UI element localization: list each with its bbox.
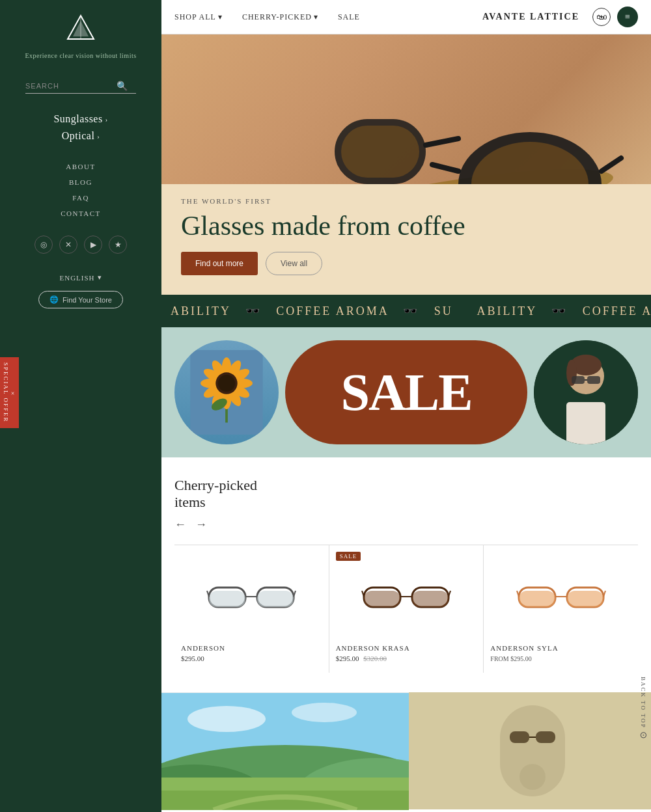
brand-name: AVANTE LATTICE (482, 12, 579, 22)
main-content: SHOP ALL ▾ CHERRY-PICKED ▾ SALE AVANTE L… (161, 0, 651, 812)
language-selector[interactable]: ENGLISH ▾ (59, 273, 102, 282)
view-all-button[interactable]: View all (266, 252, 322, 275)
svg-line-6 (426, 139, 458, 145)
back-to-top[interactable]: BACK TO TOP ⊙ (635, 670, 651, 747)
search-input[interactable] (25, 79, 117, 93)
nav-cherry-picked[interactable]: CHERRY-PICKED ▾ (242, 12, 318, 22)
cart-button[interactable]: 🛍 0 (592, 8, 611, 26)
svg-point-58 (187, 706, 266, 732)
svg-rect-34 (587, 376, 600, 384)
svg-rect-39 (257, 591, 294, 607)
sidebar: Experience clear vision without limits 🔍… (0, 0, 161, 812)
chevron-down-icon: ▾ (98, 273, 102, 282)
up-arrow-icon: ⊙ (639, 731, 648, 740)
product-price: $295.00 (181, 655, 322, 662)
top-nav: SHOP ALL ▾ CHERRY-PICKED ▾ SALE AVANTE L… (161, 0, 651, 34)
sidebar-item-optical[interactable]: Optical › (53, 130, 107, 142)
cart-icon: 🛍 (596, 13, 603, 21)
globe-icon: 🌐 (49, 295, 59, 304)
nav-sale[interactable]: SALE (338, 12, 360, 22)
hero-section: THE WORLD'S FIRST Glasses made from coff… (161, 34, 651, 295)
main-nav: Sunglasses › Optical › (53, 113, 107, 147)
svg-rect-33 (572, 376, 585, 384)
chevron-icon: › (105, 116, 108, 123)
sidebar-item-about[interactable]: ABOUT (61, 160, 101, 172)
svg-rect-52 (519, 591, 555, 607)
chevron-down-icon: ▾ (218, 12, 223, 22)
sale-text: SALE (341, 363, 472, 422)
nav-shop-all[interactable]: SHOP ALL ▾ (174, 12, 223, 22)
person-image (534, 340, 638, 444)
instagram-icon[interactable]: ◎ (35, 236, 53, 254)
svg-rect-38 (209, 591, 245, 607)
cherry-picked-section: Cherry-pickeditems ← → (161, 457, 651, 692)
svg-rect-46 (412, 591, 449, 607)
svg-line-49 (449, 591, 450, 597)
hamburger-button[interactable]: ≡ (617, 7, 638, 27)
sidebar-item-blog[interactable]: BLOG (61, 176, 101, 187)
special-offer-tab[interactable]: SPECIAL OFFER × (0, 357, 19, 427)
chevron-down-icon: ▾ (314, 12, 318, 22)
svg-line-48 (362, 591, 364, 597)
product-price-old: $320.00 (363, 655, 387, 662)
svg-line-41 (207, 591, 209, 597)
sidebar-tagline: Experience clear vision without limits (25, 52, 136, 59)
svg-rect-53 (567, 591, 603, 607)
svg-rect-68 (536, 731, 555, 743)
svg-line-55 (517, 591, 519, 597)
product-price: $295.00 $320.00 (336, 655, 477, 662)
products-grid: ANDERSON $295.00 SALE A (174, 545, 638, 673)
special-offer-close-button[interactable]: × (9, 390, 16, 398)
product-card[interactable]: ANDERSON SYLA FROM $295.00 (484, 545, 638, 673)
cherry-picked-title: Cherry-pickeditems (174, 477, 257, 511)
next-arrow-button[interactable]: → (195, 518, 207, 532)
marquee-bar: ABILITY 🕶️ COFFEE AROMA 🕶️ SU ABILITY 🕶️… (161, 295, 651, 327)
twitter-icon[interactable]: ✕ (59, 236, 77, 254)
sidebar-item-sunglasses[interactable]: Sunglasses › (53, 113, 107, 125)
svg-rect-64 (161, 791, 409, 810)
hero-subtitle: THE WORLD'S FIRST (181, 197, 631, 205)
hero-buttons: Find out more View all (181, 252, 631, 275)
find-out-more-button[interactable]: Find out more (181, 252, 258, 275)
social-links: ◎ ✕ ▶ ★ (35, 236, 127, 254)
youtube-icon[interactable]: ▶ (84, 236, 102, 254)
svg-point-70 (519, 764, 546, 790)
svg-rect-5 (341, 126, 419, 178)
product-card[interactable]: ANDERSON $295.00 (174, 545, 329, 673)
product-image (181, 558, 322, 636)
svg-line-56 (603, 591, 605, 597)
hero-title: Glasses made from coffee (181, 210, 631, 241)
product-name: ANDERSON KRASA (336, 644, 477, 652)
sunflower-image (174, 340, 279, 444)
sidebar-item-faq[interactable]: FAQ (61, 191, 101, 203)
sidebar-item-contact[interactable]: CONTACT (61, 207, 101, 219)
svg-line-42 (294, 591, 296, 597)
svg-point-59 (292, 703, 357, 722)
product-image (336, 558, 477, 636)
cherry-picked-header: Cherry-pickeditems ← → (174, 477, 638, 532)
product-price: FROM $295.00 (490, 655, 631, 662)
product-name: ANDERSON SYLA (490, 644, 631, 652)
sale-banner: SALE (161, 327, 651, 457)
bottom-sections (161, 692, 651, 809)
prev-arrow-button[interactable]: ← (174, 518, 186, 532)
find-store-button[interactable]: 🌐 Find Your Store (38, 291, 123, 308)
cherry-arrows: ← → (174, 518, 257, 532)
search-bar[interactable]: 🔍 (25, 79, 136, 94)
search-icon: 🔍 (117, 81, 128, 92)
product-card[interactable]: SALE ANDERSON KRASA $295.00 $320 (329, 545, 484, 673)
svg-rect-32 (566, 402, 605, 444)
top-nav-links: SHOP ALL ▾ CHERRY-PICKED ▾ SALE (174, 12, 482, 22)
sale-pill: SALE (285, 340, 527, 444)
chevron-icon: › (97, 133, 100, 140)
brand-logo (65, 13, 96, 47)
svg-line-9 (602, 158, 621, 171)
hero-content: THE WORLD'S FIRST Glasses made from coff… (161, 184, 651, 295)
marquee-content: ABILITY 🕶️ COFFEE AROMA 🕶️ SU ABILITY 🕶️… (161, 304, 651, 318)
sale-badge: SALE (336, 552, 361, 561)
star-icon[interactable]: ★ (109, 236, 127, 254)
svg-rect-67 (510, 731, 529, 743)
svg-point-26 (218, 375, 235, 392)
svg-rect-45 (364, 591, 400, 607)
hamburger-icon: ≡ (625, 12, 630, 22)
